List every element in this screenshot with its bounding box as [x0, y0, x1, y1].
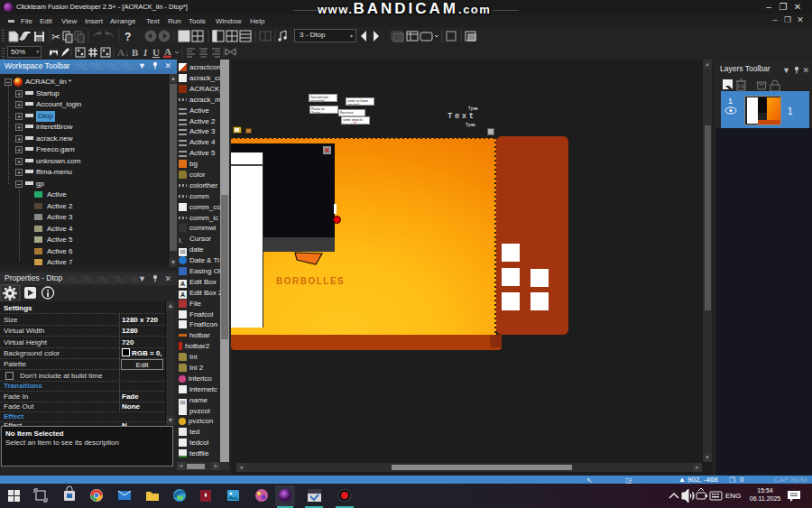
svg-text:A: A: [164, 46, 171, 57]
svg-text:I: I: [143, 47, 148, 58]
svg-text:✂: ✂: [51, 31, 60, 43]
svg-text:?: ?: [125, 31, 131, 43]
svg-text:A↓: A↓: [117, 47, 129, 58]
svg-text:U: U: [152, 47, 160, 58]
svg-text:B: B: [132, 47, 139, 58]
